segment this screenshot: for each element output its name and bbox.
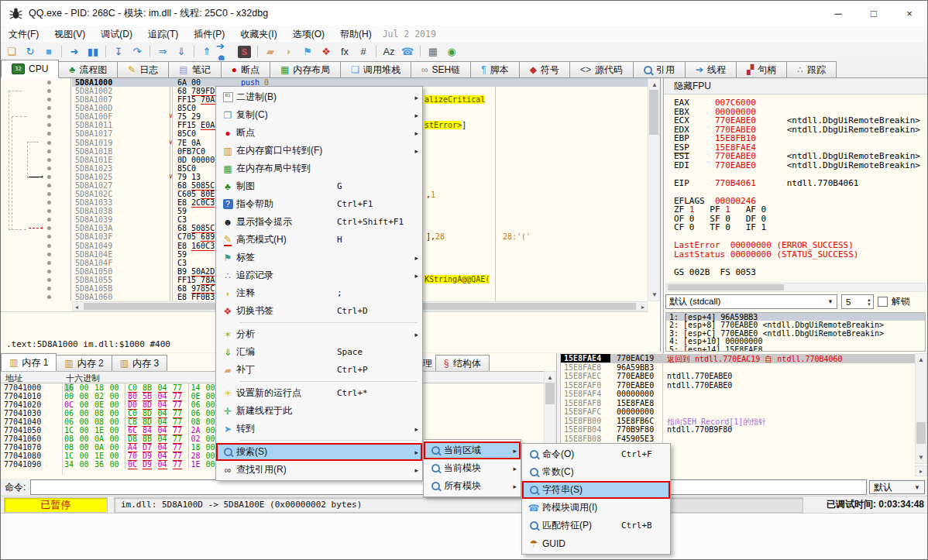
- stack-row[interactable]: 15E8FAFC00000000: [561, 407, 915, 417]
- registers-hscrollbar[interactable]: [665, 283, 926, 292]
- submenu-item-guid[interactable]: ☂GUID: [522, 534, 670, 552]
- stack-row[interactable]: 15E8FAF400000000: [561, 390, 915, 399]
- submenu-item-intermodular-calls[interactable]: ☎跨模块调用(I): [522, 499, 670, 517]
- tab-source[interactable]: <>源代码: [569, 61, 634, 77]
- menu-item-instruction-help[interactable]: ?指令帮助Ctrl+F1: [216, 195, 422, 213]
- menu-item-goto-memory-map[interactable]: ▦在内存布局中转到: [216, 160, 422, 177]
- register-row[interactable]: EFLAGS 00000246: [674, 196, 925, 205]
- registers-hscroll-thumb[interactable]: [668, 284, 784, 290]
- register-row[interactable]: ECX 770EABE0 <ntdll.DbgUiRemoteBreakin>: [674, 115, 925, 125]
- stack-row[interactable]: 15E8FAF815E8FAE8: [561, 399, 915, 408]
- submenu-item-constant[interactable]: 常数(C): [522, 463, 670, 481]
- scroll-right-arrow[interactable]: ▸: [916, 468, 926, 475]
- tab-notes[interactable]: ▤笔记: [168, 61, 221, 77]
- register-row[interactable]: ESP 15E8FAE4: [674, 143, 925, 152]
- stack-argument-row[interactable]: 2: [esp+8] 770EABE0 <ntdll.DbgUiRemoteBr…: [666, 321, 925, 328]
- stack-row[interactable]: 15E8FAE4770EAC19返回到 ntdll.770EAC19 自 ntd…: [561, 354, 915, 363]
- breakpoint-dot[interactable]: [47, 115, 51, 119]
- submenu-item-string[interactable]: 字符串(S): [522, 481, 670, 499]
- scroll-up-arrow[interactable]: ▲: [545, 374, 555, 381]
- run-to-user-code-button[interactable]: ⇓: [172, 44, 191, 60]
- tab-references[interactable]: 引用: [633, 61, 686, 77]
- tab-handles[interactable]: ▞句柄: [736, 61, 787, 77]
- tab-breakpoints[interactable]: ●断点: [221, 61, 270, 77]
- pause-button[interactable]: ▮▮: [84, 44, 102, 60]
- stop-button[interactable]: ■: [40, 44, 58, 60]
- command-script-select[interactable]: 默认 ▼: [869, 480, 925, 494]
- close-button[interactable]: ×: [892, 1, 927, 26]
- stack-argument-row[interactable]: 3: [esp+C] 770EABE0 <ntdll.DbgUiRemoteBr…: [666, 329, 925, 337]
- menu-item-highlight-mode[interactable]: ✎高亮模式(H)H: [216, 231, 422, 249]
- breakpoint-dot[interactable]: [47, 209, 51, 213]
- tab-memory-map[interactable]: ▦内存布局: [270, 61, 341, 77]
- stack-vscroll-thumb[interactable]: [916, 422, 926, 444]
- submenu-item-current-module[interactable]: 当前模块▸: [424, 459, 521, 477]
- register-row[interactable]: EBP 15E8FB10: [674, 133, 925, 143]
- breakpoint-dot[interactable]: [47, 287, 51, 290]
- stack-row[interactable]: 15E8FAF0770EABE0ntdll.770EABE0: [561, 381, 915, 390]
- menu-item-trace-record[interactable]: ∴追踪记录▸: [216, 266, 422, 284]
- breakpoint-dot[interactable]: [47, 89, 51, 93]
- calling-convention-select[interactable]: 默认 (stdcall) ▼: [665, 294, 837, 309]
- modules-button[interactable]: ☎: [398, 44, 417, 60]
- step-out-button[interactable]: ⇑: [198, 44, 216, 60]
- breakpoint-dot[interactable]: [47, 141, 51, 145]
- open-file-button[interactable]: ❏: [2, 44, 21, 60]
- scroll-down-arrow[interactable]: ▼: [916, 454, 926, 461]
- patch-button[interactable]: ▰: [261, 44, 280, 60]
- breakpoint-dot[interactable]: [47, 98, 51, 101]
- execute-till-return-button[interactable]: ⇒: [153, 44, 172, 60]
- register-row[interactable]: ESI 770EABE0 <ntdll.DbgUiRemoteBreakin>: [674, 151, 925, 160]
- tab-trace[interactable]: ∴跟踪: [786, 61, 837, 77]
- stack-row[interactable]: 15E8FAEC770EABE0ntdll.770EABE0: [561, 372, 915, 381]
- menu-item-comment[interactable]: ◗注释;: [216, 284, 422, 302]
- scroll-right-arrow[interactable]: ▸: [641, 304, 644, 311]
- stack-argument-row[interactable]: 4: [esp+10] 00000000: [666, 337, 925, 345]
- fx-button[interactable]: fx: [335, 44, 354, 60]
- tab-threads[interactable]: ➔线程: [685, 61, 737, 77]
- az-button[interactable]: Az: [380, 44, 398, 60]
- breakpoint-dot[interactable]: [47, 167, 51, 170]
- register-row[interactable]: LastStatus 00000000 (STATUS_SUCCESS): [674, 249, 925, 259]
- menubar-item[interactable]: 视图(V): [46, 26, 93, 43]
- menu-item-goto[interactable]: ➤转到▸: [216, 420, 422, 438]
- restart-button[interactable]: ↻: [21, 44, 40, 60]
- maximize-button[interactable]: □: [856, 1, 892, 26]
- register-row[interactable]: EAX 007C6000: [674, 98, 925, 107]
- calculator-button[interactable]: ▦: [424, 44, 442, 60]
- menu-item-assemble[interactable]: ⇓汇编Space: [216, 343, 422, 361]
- stepper-arrows-icon[interactable]: ▲▼: [867, 297, 871, 307]
- tab-memory-3[interactable]: ▥内存 3: [112, 355, 167, 371]
- bookmarks-button[interactable]: ❖: [317, 44, 335, 60]
- minimize-button[interactable]: ─: [820, 1, 856, 26]
- menu-item-search[interactable]: 搜索(S)▸: [216, 443, 422, 461]
- submenu-item-all-modules[interactable]: 所有模块▸: [424, 477, 521, 495]
- tab-log[interactable]: ✎日志: [117, 61, 169, 77]
- scroll-left-arrow[interactable]: ◂: [75, 304, 78, 311]
- submenu-item-current-region[interactable]: 当前区域▸: [424, 441, 521, 459]
- submenu-item-pattern[interactable]: 匹配特征(P)Ctrl+B: [522, 517, 670, 534]
- menu-item-new-thread-here[interactable]: ✛新建线程于此: [216, 402, 422, 420]
- register-row[interactable]: EIP 770B4061 ntdll.770B4061: [674, 178, 925, 187]
- scroll-up-arrow[interactable]: ▲: [916, 356, 926, 363]
- breakpoint-dot[interactable]: [47, 278, 51, 282]
- disasm-vscroll-thumb[interactable]: [649, 90, 658, 135]
- register-row[interactable]: EDI 770EABE0 <ntdll.DbgUiRemoteBreakin>: [674, 160, 925, 170]
- breakpoint-dot[interactable]: [47, 270, 51, 273]
- register-row[interactable]: ZF 1 PF 1 AF 0: [674, 204, 925, 214]
- breakpoint-dot[interactable]: [47, 201, 51, 204]
- tab-graph[interactable]: ♣流程图: [58, 61, 118, 77]
- stack-row[interactable]: 15E8FAE896A59BB3: [561, 363, 915, 373]
- breakpoint-dot[interactable]: [47, 123, 51, 127]
- register-row[interactable]: OF 0 SF 0 DF 0: [674, 214, 925, 223]
- menu-item-show-instruction-tips[interactable]: ☻显示指令提示Ctrl+Shift+F1: [216, 213, 422, 231]
- menubar-item[interactable]: 帮助(H): [332, 26, 380, 43]
- tab-script[interactable]: ¶脚本: [470, 61, 519, 77]
- run-button[interactable]: ➜: [65, 44, 84, 60]
- register-row[interactable]: EDX 770EABE0 <ntdll.DbgUiRemoteBreakin>: [674, 125, 925, 134]
- menubar-item[interactable]: 追踪(T): [140, 26, 186, 43]
- stack-argument-row[interactable]: 1: [esp+4] 96A59BB3: [666, 313, 925, 321]
- menu-item-graph[interactable]: ♣制图G: [216, 177, 422, 195]
- tab-call-stack[interactable]: ❏调用堆栈: [340, 61, 411, 77]
- menubar-item[interactable]: 文件(F): [1, 26, 46, 43]
